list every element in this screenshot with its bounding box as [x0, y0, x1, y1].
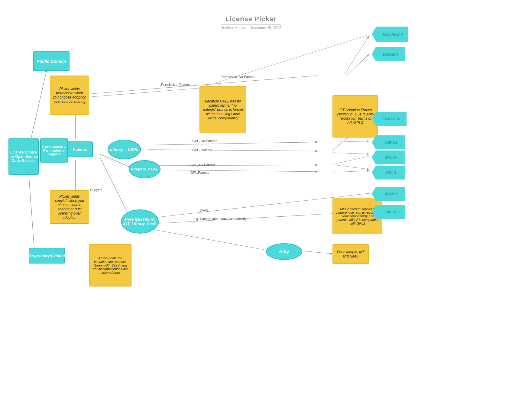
lgpl3-node: LGPL3 [372, 135, 405, 149]
gpl-note-label: Because GPL2 has no patent terms, "no pa… [202, 99, 244, 120]
svg-line-11 [148, 142, 317, 145]
bsdmit-node: BSD/MIT [372, 47, 405, 61]
gpl2plus-node: GPL2+ [372, 150, 405, 164]
at-this-point-note-label: At this point, the variables are: patent… [92, 256, 129, 274]
svg-line-18 [332, 165, 369, 169]
program-gpl-label: Program, = GPL [131, 167, 158, 171]
diagram-canvas: License Picker Heather Meeker | December… [0, 0, 532, 411]
at-this-point-note-node: At this point, the variables are: patent… [89, 244, 131, 286]
label-lgpl-no-patents: LGPL, No Patents [190, 139, 217, 143]
svg-line-25 [345, 36, 369, 74]
svg-line-26 [346, 54, 369, 76]
svg-line-19 [332, 171, 369, 172]
bsdmit-label: BSD/MIT [383, 52, 399, 57]
apache20-label: Apache 2.0 [382, 32, 403, 37]
picker-copyleft-label: Picker yields copyleft when you choose s… [53, 194, 86, 220]
mpl2-label: MPL2 [386, 210, 396, 214]
main-title: License Picker [206, 15, 296, 23]
label-gpl-patents: GPL,Patents [190, 171, 209, 174]
picker-permissive-label: Picker yields permissive when you choose… [53, 87, 86, 104]
lgpl21-label: LGPL2.1+ [382, 117, 401, 121]
license-choice-node: License Choice for Open Source Code Rele… [8, 138, 39, 175]
label-copyleft: Copyleft [90, 188, 102, 192]
mpl2-note-label: MPL2 chosen only as a compromise, e.g. t… [335, 207, 380, 225]
open-source-perm-node: Open Source -- Permissive or Copyleft [40, 138, 68, 163]
library-lgpl-label: Library = LGPL [110, 147, 138, 152]
lgpl21-node: LGPL2.1+ [372, 112, 407, 126]
svg-line-13 [332, 141, 369, 142]
silly-note-label: For example, IoT and SaaS [335, 250, 366, 258]
agpl3-label: AGPL3 [384, 192, 397, 196]
more-questions-label: More Questions: IOT, Library, SaaS [122, 217, 158, 226]
svg-line-7 [100, 157, 130, 218]
proprietary-node: Proprietary/Limited [29, 248, 65, 264]
iot-note-node: IOT Adoption Forces Version 2+ Due to An… [332, 95, 378, 138]
gpl3-node: GPL3 [372, 166, 405, 180]
apache20-node: Apache 2.0 [372, 27, 408, 42]
proprietary-label: Proprietary/Limited [29, 254, 65, 258]
label-saas: SAAS [199, 209, 208, 212]
mpl2-node: MPL2 [372, 205, 405, 219]
svg-line-24 [302, 251, 332, 254]
svg-line-23 [154, 230, 271, 251]
svg-line-20 [332, 156, 372, 164]
svg-line-16 [154, 165, 317, 166]
label-permissive-patents: ,Permissive, Patents [160, 83, 190, 86]
svg-line-17 [154, 170, 317, 172]
silly-label: Silly [279, 249, 289, 254]
iot-note-label: IOT Adoption Forces Version 2+ Due to An… [335, 108, 375, 125]
license-choice-label: License Choice for Open Source Code Rele… [9, 150, 38, 163]
lgpl3-label: LGPL3 [384, 140, 397, 145]
title-subtitle: Heather Meeker | December 25, 2018 [206, 26, 296, 30]
gpl3-label: GPL3 [386, 170, 396, 175]
patents-node: Patents [67, 141, 93, 157]
label-e-patents-linux: e.g. Patents and Linux Compatibility [193, 217, 247, 221]
title-divider [221, 24, 281, 24]
picker-permissive-node: Picker yields permissive when you choose… [50, 76, 89, 115]
agpl3-node: AGPL3 [372, 187, 405, 201]
silly-node: Silly [266, 243, 302, 260]
label-lgpl-patents: LGPL, Patents [190, 148, 212, 152]
svg-line-15 [332, 153, 369, 154]
open-source-perm-label: Open Source -- Permissive or Copyleft [41, 145, 67, 156]
gpl-note-node: Because GPL2 has no patent terms, "no pa… [199, 86, 246, 133]
library-lgpl-node: Library = LGPL [108, 140, 141, 159]
public-domain-node: Public Domain [33, 51, 70, 71]
label-gpl-no-patents: GPL, No Patents [190, 163, 216, 167]
program-gpl-node: Program, = GPL [129, 160, 161, 178]
picker-copyleft-node: Picker yields copyleft when you choose s… [50, 190, 89, 224]
more-questions-node: More Questions: IOT, Library, SaaS [121, 209, 159, 234]
patents-label: Patents [73, 147, 87, 152]
silly-note-node: For example, IoT and SaaS [332, 244, 369, 264]
svg-line-2 [28, 166, 35, 255]
svg-line-12 [148, 150, 317, 151]
title-date: December 25, 2018 [249, 26, 281, 30]
author-name: Heather Meeker [220, 26, 246, 30]
title-area: License Picker Heather Meeker | December… [206, 15, 296, 30]
label-permissive-no-patents: Permissive, No Patents [221, 75, 255, 79]
public-domain-label: Public Domain [37, 59, 66, 64]
gpl2plus-label: GPL2+ [384, 155, 397, 160]
svg-line-10 [92, 88, 206, 97]
